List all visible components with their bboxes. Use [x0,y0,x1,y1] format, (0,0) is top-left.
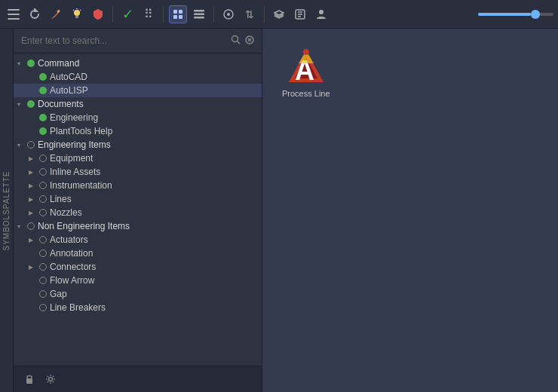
zoom-slider[interactable] [478,13,553,16]
dot-instr [39,182,47,189]
expand-lines[interactable]: ▶ [26,194,36,204]
svg-point-35 [303,49,309,55]
pen-button[interactable] [47,5,65,23]
expand-engineering [26,112,36,123]
main-toolbar: ✓ ⠿ ⇅ [0,0,558,29]
expand-gap [26,289,36,299]
expand-nozzles[interactable]: ▶ [26,207,36,218]
label-command: Command [38,58,79,69]
view-grid-button[interactable] [169,5,187,23]
tree-item-line-breakers[interactable]: Line Breakers [14,301,262,314]
dot-lines [39,195,47,203]
svg-marker-3 [35,9,37,11]
label-eng-items: Engineering Items [38,139,111,150]
expand-annotation [26,248,36,259]
palette-button[interactable] [219,5,238,23]
tree-item-gap[interactable]: Gap [14,287,262,301]
expand-flow [26,275,36,286]
dot-autolisp [39,87,47,94]
tree-item-connectors[interactable]: ▶ Connectors [14,260,262,274]
tree-item-autolisp[interactable]: AutoLISP [14,84,262,97]
svg-rect-13 [179,15,182,19]
tree-item-non-eng[interactable]: ▾ Non Engineering Items [14,219,262,233]
sidebar: ▾ Command AutoCAD AutoLISP ▾ [14,29,262,392]
expand-instr[interactable]: ▶ [26,180,36,191]
svg-rect-10 [173,10,177,14]
svg-rect-14 [194,10,204,12]
label-nozzles: Nozzles [50,207,82,218]
symbol-tree: ▾ Command AutoCAD AutoLISP ▾ [14,54,262,366]
svg-point-18 [227,13,230,16]
main-area: SYMBOLSPALETTE ▾ [0,29,558,392]
slider-thumb[interactable] [531,10,540,19]
tree-item-flow-arrow[interactable]: Flow Arrow [14,274,262,287]
label-planttools: PlantTools Help [50,126,112,136]
search-input[interactable] [21,35,226,46]
slider-fill [478,13,531,16]
svg-line-25 [238,41,241,44]
expand-non-eng[interactable]: ▾ [14,221,24,231]
user-button[interactable] [312,5,330,23]
label-lines: Lines [50,194,72,204]
expand-documents[interactable]: ▾ [14,99,24,109]
zoom-slider-container [478,13,553,16]
tree-item-eng-items[interactable]: ▾ Engineering Items [14,138,262,152]
svg-rect-11 [179,10,182,14]
tree-item-actuators[interactable]: ▶ Actuators [14,233,262,247]
tree-item-planttools[interactable]: PlantTools Help [14,124,262,138]
shield-button[interactable] [89,5,107,23]
bulb-button[interactable] [68,5,86,23]
tree-item-autocad[interactable]: AutoCAD [14,70,262,84]
vertical-label-panel: SYMBOLSPALETTE [0,29,14,392]
tree-item-lines[interactable]: ▶ Lines [14,192,262,206]
search-bar [14,29,262,54]
refresh-button[interactable] [26,5,44,23]
expand-eng-items[interactable]: ▾ [14,139,24,150]
search-clear-icon[interactable] [245,35,254,47]
export-button[interactable] [291,5,309,23]
lock-button[interactable] [21,371,38,387]
menu-button[interactable] [5,5,23,23]
grid-dots-button[interactable]: ⠿ [140,5,158,23]
dot-equipment [39,155,47,162]
content-area: A Process Line [262,29,558,392]
svg-rect-15 [194,13,204,15]
tree-item-command[interactable]: ▾ Command [14,57,262,70]
tree-item-engineering[interactable]: Engineering [14,111,262,124]
process-line-item[interactable]: A Process Line [277,44,335,103]
tree-item-annotation[interactable]: Annotation [14,247,262,260]
dot-inline [39,168,47,176]
tree-item-inline-assets[interactable]: ▶ Inline Assets [14,165,262,179]
svg-rect-12 [173,15,177,19]
label-inline: Inline Assets [50,167,100,177]
tree-item-equipment[interactable]: ▶ Equipment [14,152,262,165]
svg-rect-2 [8,18,20,20]
layers-button[interactable] [270,5,288,23]
expand-actuators[interactable]: ▶ [26,234,36,245]
expand-inline[interactable]: ▶ [26,167,36,177]
tree-item-instrumentation[interactable]: ▶ Instrumentation [14,179,262,192]
label-annotation: Annotation [50,248,93,259]
dot-nozzles [39,209,47,216]
expand-equipment[interactable]: ▶ [26,153,36,164]
dot-linebreakers [39,304,47,311]
sort-button[interactable]: ⇅ [241,5,259,23]
expand-connectors[interactable]: ▶ [26,262,36,272]
expand-linebreakers [26,302,36,313]
label-linebreakers: Line Breakers [50,302,106,313]
dot-gap [39,290,47,298]
settings-button[interactable] [42,371,59,387]
label-flow: Flow Arrow [50,275,94,286]
tree-item-documents[interactable]: ▾ Documents [14,97,262,111]
view-list-button[interactable] [190,5,208,23]
svg-point-23 [319,10,323,14]
tree-item-nozzles[interactable]: ▶ Nozzles [14,206,262,219]
check-button[interactable]: ✓ [118,5,136,23]
svg-rect-16 [194,17,204,19]
svg-rect-1 [8,14,20,15]
label-connectors: Connectors [50,262,96,272]
expand-command[interactable]: ▾ [14,58,24,69]
dot-command [27,60,35,67]
process-line-label: Process Line [282,89,330,98]
svg-rect-4 [57,9,60,13]
